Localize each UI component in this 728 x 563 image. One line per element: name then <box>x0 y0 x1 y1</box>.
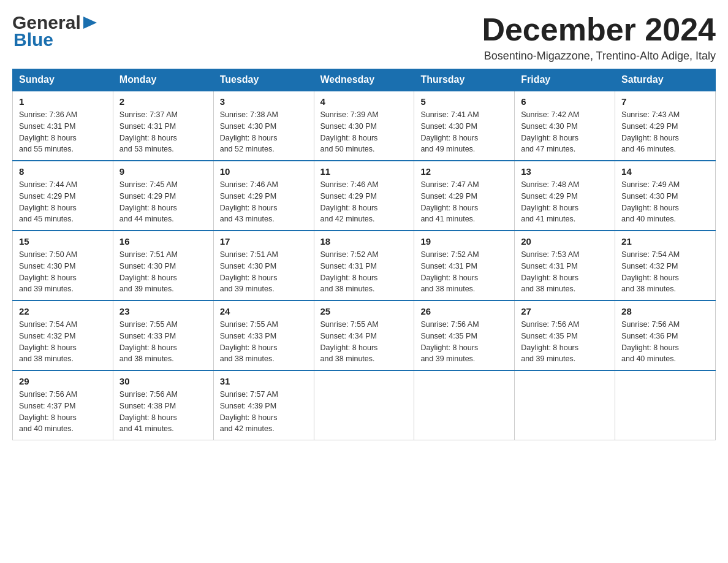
calendar-cell: 26 Sunrise: 7:56 AM Sunset: 4:35 PM Dayl… <box>414 301 515 370</box>
day-info: Sunrise: 7:43 AM Sunset: 4:29 PM Dayligh… <box>621 109 709 155</box>
day-number: 6 <box>521 96 609 107</box>
day-info: Sunrise: 7:56 AM Sunset: 4:35 PM Dayligh… <box>420 319 508 365</box>
day-number: 27 <box>521 306 609 316</box>
day-number: 21 <box>621 236 709 247</box>
col-wednesday: Wednesday <box>314 69 414 91</box>
day-info: Sunrise: 7:38 AM Sunset: 4:30 PM Dayligh… <box>220 109 308 155</box>
day-number: 3 <box>220 96 308 107</box>
week-row-2: 8 Sunrise: 7:44 AM Sunset: 4:29 PM Dayli… <box>13 161 716 231</box>
day-info: Sunrise: 7:36 AM Sunset: 4:31 PM Dayligh… <box>19 109 107 155</box>
calendar-cell: 25 Sunrise: 7:55 AM Sunset: 4:34 PM Dayl… <box>314 301 414 370</box>
day-number: 17 <box>220 236 308 247</box>
day-info: Sunrise: 7:51 AM Sunset: 4:30 PM Dayligh… <box>220 249 308 295</box>
day-info: Sunrise: 7:46 AM Sunset: 4:29 PM Dayligh… <box>320 179 408 225</box>
day-number: 20 <box>521 236 609 247</box>
calendar-cell: 31 Sunrise: 7:57 AM Sunset: 4:39 PM Dayl… <box>213 370 314 440</box>
day-info: Sunrise: 7:56 AM Sunset: 4:35 PM Dayligh… <box>521 319 609 365</box>
day-info: Sunrise: 7:45 AM Sunset: 4:29 PM Dayligh… <box>119 179 207 225</box>
calendar-table: Sunday Monday Tuesday Wednesday Thursday… <box>12 69 716 440</box>
day-info: Sunrise: 7:39 AM Sunset: 4:30 PM Dayligh… <box>320 109 408 155</box>
calendar-cell <box>314 370 414 440</box>
day-info: Sunrise: 7:57 AM Sunset: 4:39 PM Dayligh… <box>220 389 308 435</box>
day-number: 10 <box>220 166 308 177</box>
calendar-cell: 27 Sunrise: 7:56 AM Sunset: 4:35 PM Dayl… <box>515 301 615 370</box>
calendar-cell: 19 Sunrise: 7:52 AM Sunset: 4:31 PM Dayl… <box>414 231 515 301</box>
calendar-cell: 22 Sunrise: 7:54 AM Sunset: 4:32 PM Dayl… <box>13 301 113 370</box>
calendar-cell: 29 Sunrise: 7:56 AM Sunset: 4:37 PM Dayl… <box>13 370 113 440</box>
day-number: 12 <box>420 166 508 177</box>
day-number: 16 <box>119 236 207 247</box>
day-info: Sunrise: 7:54 AM Sunset: 4:32 PM Dayligh… <box>19 319 107 365</box>
day-number: 22 <box>19 306 107 316</box>
day-number: 26 <box>420 306 508 316</box>
calendar-cell: 17 Sunrise: 7:51 AM Sunset: 4:30 PM Dayl… <box>213 231 314 301</box>
day-info: Sunrise: 7:41 AM Sunset: 4:30 PM Dayligh… <box>420 109 508 155</box>
day-info: Sunrise: 7:48 AM Sunset: 4:29 PM Dayligh… <box>521 179 609 225</box>
calendar-cell: 23 Sunrise: 7:55 AM Sunset: 4:33 PM Dayl… <box>113 301 213 370</box>
logo-arrow-icon <box>83 17 97 29</box>
calendar-cell <box>414 370 515 440</box>
day-info: Sunrise: 7:49 AM Sunset: 4:30 PM Dayligh… <box>621 179 709 225</box>
calendar-cell: 6 Sunrise: 7:42 AM Sunset: 4:30 PM Dayli… <box>515 91 615 161</box>
day-info: Sunrise: 7:56 AM Sunset: 4:37 PM Dayligh… <box>19 389 107 435</box>
calendar-cell: 13 Sunrise: 7:48 AM Sunset: 4:29 PM Dayl… <box>515 161 615 231</box>
day-info: Sunrise: 7:53 AM Sunset: 4:31 PM Dayligh… <box>521 249 609 295</box>
day-info: Sunrise: 7:55 AM Sunset: 4:33 PM Dayligh… <box>220 319 308 365</box>
calendar-cell: 11 Sunrise: 7:46 AM Sunset: 4:29 PM Dayl… <box>314 161 414 231</box>
col-friday: Friday <box>515 69 615 91</box>
calendar-cell: 21 Sunrise: 7:54 AM Sunset: 4:32 PM Dayl… <box>615 231 716 301</box>
day-number: 19 <box>420 236 508 247</box>
svg-marker-0 <box>83 17 97 29</box>
day-number: 25 <box>320 306 408 316</box>
day-number: 11 <box>320 166 408 177</box>
day-info: Sunrise: 7:42 AM Sunset: 4:30 PM Dayligh… <box>521 109 609 155</box>
day-info: Sunrise: 7:50 AM Sunset: 4:30 PM Dayligh… <box>19 249 107 295</box>
day-info: Sunrise: 7:55 AM Sunset: 4:33 PM Dayligh… <box>119 319 207 365</box>
calendar-cell: 1 Sunrise: 7:36 AM Sunset: 4:31 PM Dayli… <box>13 91 113 161</box>
day-number: 15 <box>19 236 107 247</box>
day-number: 18 <box>320 236 408 247</box>
logo: General Blue <box>12 12 97 50</box>
calendar-cell: 4 Sunrise: 7:39 AM Sunset: 4:30 PM Dayli… <box>314 91 414 161</box>
day-number: 28 <box>621 306 709 316</box>
week-row-1: 1 Sunrise: 7:36 AM Sunset: 4:31 PM Dayli… <box>13 91 716 161</box>
day-info: Sunrise: 7:52 AM Sunset: 4:31 PM Dayligh… <box>320 249 408 295</box>
logo-blue: Blue <box>13 29 53 50</box>
day-info: Sunrise: 7:52 AM Sunset: 4:31 PM Dayligh… <box>420 249 508 295</box>
calendar-cell: 30 Sunrise: 7:56 AM Sunset: 4:38 PM Dayl… <box>113 370 213 440</box>
week-row-4: 22 Sunrise: 7:54 AM Sunset: 4:32 PM Dayl… <box>13 301 716 370</box>
day-info: Sunrise: 7:54 AM Sunset: 4:32 PM Dayligh… <box>621 249 709 295</box>
week-row-3: 15 Sunrise: 7:50 AM Sunset: 4:30 PM Dayl… <box>13 231 716 301</box>
day-number: 8 <box>19 166 107 177</box>
day-number: 7 <box>621 96 709 107</box>
day-number: 24 <box>220 306 308 316</box>
calendar-header-row: Sunday Monday Tuesday Wednesday Thursday… <box>13 69 716 91</box>
col-monday: Monday <box>113 69 213 91</box>
week-row-5: 29 Sunrise: 7:56 AM Sunset: 4:37 PM Dayl… <box>13 370 716 440</box>
calendar-cell: 8 Sunrise: 7:44 AM Sunset: 4:29 PM Dayli… <box>13 161 113 231</box>
col-sunday: Sunday <box>13 69 113 91</box>
day-info: Sunrise: 7:46 AM Sunset: 4:29 PM Dayligh… <box>220 179 308 225</box>
calendar-cell: 10 Sunrise: 7:46 AM Sunset: 4:29 PM Dayl… <box>213 161 314 231</box>
day-number: 4 <box>320 96 408 107</box>
calendar-cell <box>515 370 615 440</box>
day-info: Sunrise: 7:47 AM Sunset: 4:29 PM Dayligh… <box>420 179 508 225</box>
location-subtitle: Bosentino-Migazzone, Trentino-Alto Adige… <box>482 50 716 63</box>
day-number: 9 <box>119 166 207 177</box>
calendar-cell: 3 Sunrise: 7:38 AM Sunset: 4:30 PM Dayli… <box>213 91 314 161</box>
day-number: 30 <box>119 376 207 386</box>
day-number: 1 <box>19 96 107 107</box>
day-info: Sunrise: 7:56 AM Sunset: 4:36 PM Dayligh… <box>621 319 709 365</box>
calendar-cell <box>615 370 716 440</box>
day-number: 13 <box>521 166 609 177</box>
calendar-cell: 20 Sunrise: 7:53 AM Sunset: 4:31 PM Dayl… <box>515 231 615 301</box>
calendar-cell: 14 Sunrise: 7:49 AM Sunset: 4:30 PM Dayl… <box>615 161 716 231</box>
day-info: Sunrise: 7:37 AM Sunset: 4:31 PM Dayligh… <box>119 109 207 155</box>
calendar-cell: 7 Sunrise: 7:43 AM Sunset: 4:29 PM Dayli… <box>615 91 716 161</box>
calendar-cell: 5 Sunrise: 7:41 AM Sunset: 4:30 PM Dayli… <box>414 91 515 161</box>
calendar-cell: 15 Sunrise: 7:50 AM Sunset: 4:30 PM Dayl… <box>13 231 113 301</box>
col-tuesday: Tuesday <box>213 69 314 91</box>
day-number: 14 <box>621 166 709 177</box>
col-thursday: Thursday <box>414 69 515 91</box>
calendar-cell: 24 Sunrise: 7:55 AM Sunset: 4:33 PM Dayl… <box>213 301 314 370</box>
